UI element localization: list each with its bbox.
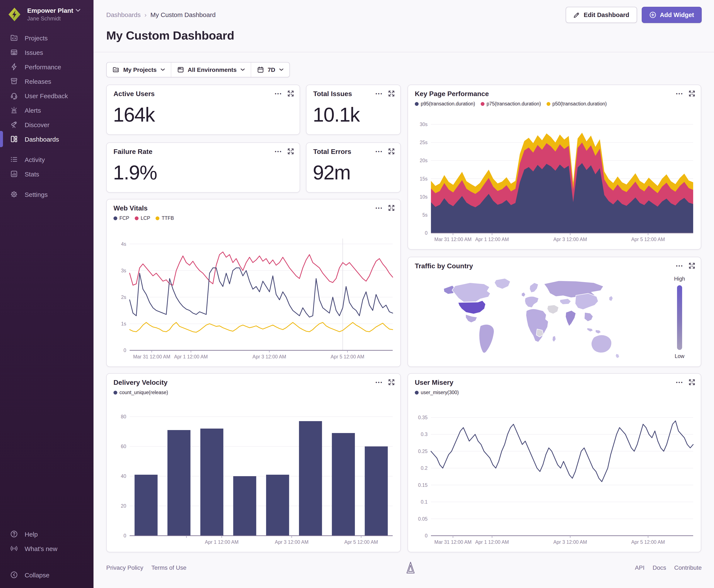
sidebar-item-label: Issues — [25, 49, 43, 56]
sidebar-collapse-button[interactable]: Collapse — [0, 568, 93, 582]
legend-item: count_unique(release) — [120, 390, 168, 395]
svg-text:Apr 3 12:00 AM: Apr 3 12:00 AM — [553, 237, 587, 242]
privacy-policy-link[interactable]: Privacy Policy — [106, 564, 143, 571]
sidebar-item-label: Releases — [25, 78, 51, 85]
widget-menu-icon[interactable]: ••• — [375, 379, 383, 385]
svg-text:30s: 30s — [420, 122, 428, 127]
legend-item: TTFB — [162, 215, 174, 220]
sidebar-item-discover[interactable]: Discover — [0, 117, 93, 132]
widget-menu-icon[interactable]: ••• — [275, 90, 282, 97]
expand-icon[interactable] — [388, 379, 394, 385]
dashboards-icon — [10, 135, 18, 143]
svg-text:4s: 4s — [121, 241, 126, 247]
expand-icon[interactable] — [288, 148, 294, 154]
org-switcher[interactable]: Empower Plant Jane Schmidt — [7, 7, 81, 22]
edit-dashboard-button[interactable]: Edit Dashboard — [566, 7, 637, 23]
sidebar-item-help[interactable]: Help — [0, 527, 93, 541]
sidebar-item-whats-new[interactable]: What's new — [0, 541, 93, 556]
performance-icon — [10, 63, 18, 70]
widget-delivery-velocity: Delivery Velocity ••• count_unique(relea… — [106, 373, 401, 552]
broadcast-icon — [10, 545, 18, 552]
expand-icon[interactable] — [288, 90, 294, 97]
time-range-label: 7D — [267, 66, 275, 73]
user-feedback-icon — [10, 92, 18, 100]
breadcrumb-dashboards-link[interactable]: Dashboards — [106, 11, 141, 18]
help-icon — [10, 530, 18, 538]
filter-bar: My Projects All Environments 7D — [106, 62, 290, 77]
chart-legend: FCP LCP TTFB — [113, 215, 174, 220]
alerts-icon — [10, 106, 18, 114]
svg-text:0: 0 — [124, 533, 126, 539]
chevron-down-icon — [240, 68, 244, 71]
sidebar-item-label: Alerts — [25, 106, 41, 114]
time-range-filter[interactable]: 7D — [251, 63, 289, 77]
widget-menu-icon[interactable]: ••• — [676, 263, 684, 269]
expand-icon[interactable] — [388, 90, 394, 97]
widget-menu-icon[interactable]: ••• — [676, 90, 684, 97]
plus-circle-icon — [649, 12, 656, 18]
add-widget-button[interactable]: Add Widget — [642, 7, 702, 23]
api-link[interactable]: API — [635, 564, 645, 571]
world-map — [436, 276, 636, 363]
add-widget-label: Add Widget — [660, 12, 694, 18]
sidebar-item-releases[interactable]: Releases — [0, 74, 93, 88]
svg-text:Apr 5 12:00 AM: Apr 5 12:00 AM — [631, 237, 665, 242]
user-misery-chart: 00.050.10.150.20.250.30.35Mar 31 12:00 A… — [413, 407, 697, 548]
docs-link[interactable]: Docs — [653, 564, 666, 571]
svg-text:1s: 1s — [121, 321, 126, 327]
widget-menu-icon[interactable]: ••• — [375, 148, 383, 154]
svg-text:2s: 2s — [121, 294, 126, 300]
projects-filter[interactable]: My Projects — [107, 63, 171, 77]
svg-text:0.25: 0.25 — [418, 448, 428, 454]
map-legend-low: Low — [670, 353, 689, 359]
contribute-link[interactable]: Contribute — [674, 564, 702, 571]
widget-active-users: Active Users ••• 164k — [106, 85, 300, 135]
collapse-icon — [10, 571, 18, 579]
widget-value: 1.9% — [113, 161, 157, 184]
svg-text:Mar 31 12:00 AM: Mar 31 12:00 AM — [434, 237, 472, 242]
sidebar-item-label: Stats — [25, 170, 39, 177]
web-vitals-chart: 01s2s3s4sMar 31 12:00 AMApr 1 12:00 AMAp… — [112, 233, 396, 362]
svg-text:20s: 20s — [420, 158, 428, 163]
svg-text:3s: 3s — [121, 268, 126, 273]
widget-traffic-by-country: Traffic by Country ••• — [408, 257, 701, 367]
widget-title: Delivery Velocity — [113, 379, 168, 386]
environments-filter[interactable]: All Environments — [171, 63, 251, 77]
activity-icon — [10, 155, 18, 163]
main-content: Dashboards › My Custom Dashboard My Cust… — [93, 0, 714, 588]
sidebar-item-alerts[interactable]: Alerts — [0, 103, 93, 117]
expand-icon[interactable] — [689, 90, 695, 97]
edit-dashboard-label: Edit Dashboard — [584, 12, 629, 18]
projects-icon — [10, 34, 18, 42]
svg-text:0: 0 — [425, 230, 428, 236]
widget-value: 92m — [313, 161, 350, 184]
org-logo-icon — [7, 7, 22, 22]
svg-text:Apr 3 12:00 AM: Apr 3 12:00 AM — [275, 539, 308, 545]
expand-icon[interactable] — [388, 148, 394, 154]
projects-filter-label: My Projects — [123, 66, 157, 73]
chevron-down-icon — [279, 68, 283, 71]
widget-menu-icon[interactable]: ••• — [676, 379, 684, 385]
sidebar-item-settings[interactable]: Settings — [0, 187, 93, 202]
page-header: Dashboards › My Custom Dashboard My Cust… — [93, 0, 714, 52]
widget-menu-icon[interactable]: ••• — [375, 205, 383, 211]
widget-menu-icon[interactable]: ••• — [375, 90, 383, 97]
svg-text:Mar 31 12:00 AM: Mar 31 12:00 AM — [133, 354, 170, 359]
expand-icon[interactable] — [689, 263, 695, 269]
svg-text:0.15: 0.15 — [418, 482, 428, 488]
terms-of-use-link[interactable]: Terms of Use — [151, 564, 186, 571]
svg-text:15s: 15s — [420, 176, 428, 182]
sidebar-item-label: Help — [25, 530, 38, 538]
sidebar-item-performance[interactable]: Performance — [0, 60, 93, 74]
expand-icon[interactable] — [689, 379, 695, 385]
legend-item: FCP — [120, 215, 129, 220]
widget-menu-icon[interactable]: ••• — [275, 148, 282, 154]
sidebar-item-user-feedback[interactable]: User Feedback — [0, 88, 93, 103]
sidebar-item-projects[interactable]: Projects — [0, 30, 93, 45]
sidebar-item-dashboards[interactable]: Dashboards — [0, 132, 93, 146]
expand-icon[interactable] — [388, 205, 394, 211]
svg-text:0.05: 0.05 — [418, 516, 428, 522]
sidebar-item-activity[interactable]: Activity — [0, 152, 93, 167]
sidebar-item-issues[interactable]: Issues — [0, 45, 93, 60]
sidebar-item-stats[interactable]: Stats — [0, 167, 93, 181]
